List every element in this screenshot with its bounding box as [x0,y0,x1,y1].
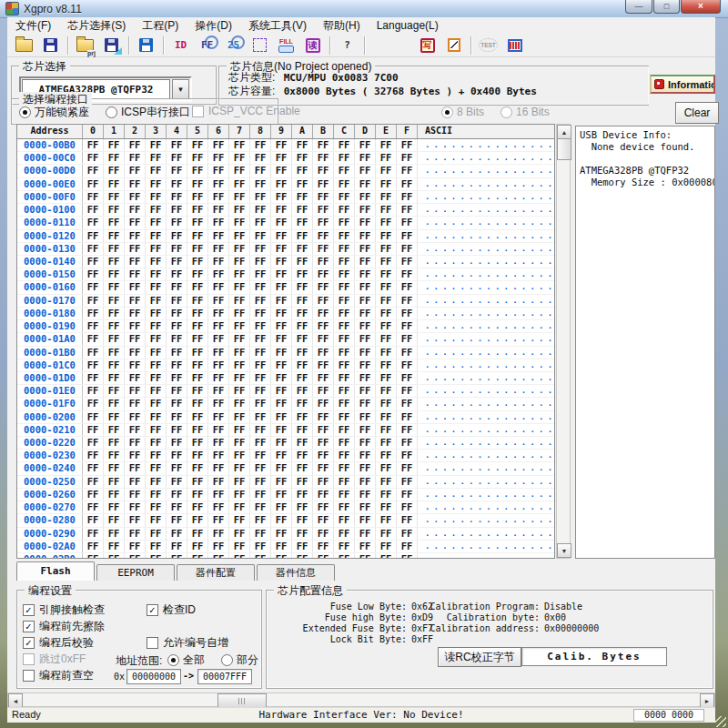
hex-byte-cell[interactable]: FF [83,411,104,423]
hex-byte-cell[interactable]: FF [229,424,250,436]
hex-byte-cell[interactable]: FF [83,489,104,500]
hex-byte-cell[interactable]: FF [250,553,271,559]
hex-byte-cell[interactable]: FF [125,514,146,526]
interface-radio[interactable]: 万能锁紧座 [19,105,89,120]
hex-byte-cell[interactable]: FF [208,398,229,410]
hex-byte-cell[interactable]: FF [208,424,229,436]
hex-byte-cell[interactable]: FF [229,385,250,397]
hex-byte-cell[interactable]: FF [355,489,376,500]
hex-byte-cell[interactable]: FF [355,347,376,359]
hex-byte-cell[interactable]: FF [104,424,125,436]
hex-byte-cell[interactable]: FF [146,514,167,526]
hex-byte-cell[interactable]: FF [187,541,208,552]
hex-byte-cell[interactable]: FF [83,152,104,164]
hex-byte-cell[interactable]: FF [125,424,146,436]
hex-byte-cell[interactable]: FF [250,476,271,488]
hex-byte-cell[interactable]: FF [208,359,229,371]
hex-ascii-cell[interactable]: ................ [418,359,554,371]
hex-byte-cell[interactable]: FF [187,411,208,423]
hex-byte-cell[interactable]: FF [355,541,376,552]
hex-byte-cell[interactable]: FF [313,398,334,410]
hex-byte-cell[interactable]: FF [146,281,167,293]
hex-byte-cell[interactable]: FF [376,385,397,397]
horizontal-scrollbar[interactable]: ◄ ► [7,693,715,707]
hex-byte-cell[interactable]: FF [146,230,167,242]
calib-bytes-field[interactable]: Calib. Bytes [521,647,667,666]
hex-byte-cell[interactable]: FF [397,450,418,461]
hex-byte-cell[interactable]: FF [397,333,418,345]
hex-byte-cell[interactable]: FF [208,243,229,255]
hex-byte-cell[interactable]: FF [167,178,187,190]
hex-byte-cell[interactable]: FF [167,528,187,540]
hex-byte-cell[interactable]: FF [250,308,271,319]
hex-byte-cell[interactable]: FF [146,476,167,488]
hex-byte-cell[interactable]: FF [146,372,167,384]
checkbox-blank-before[interactable]: 编程前查空 [23,668,94,683]
information-button[interactable]: Information [650,75,715,94]
hex-byte-cell[interactable]: FF [292,450,313,461]
hex-byte-cell[interactable]: FF [125,372,146,384]
hex-byte-cell[interactable]: FF [376,424,397,436]
hex-byte-cell[interactable]: FF [104,268,125,280]
hex-byte-cell[interactable]: FF [229,165,250,177]
title-bar[interactable]: Xgpro v8.11 —□× [0,0,728,18]
blank-check-button[interactable]: FF [196,35,218,56]
hex-byte-cell[interactable]: FF [125,462,146,474]
range-from-input[interactable]: 00000000 [126,669,181,684]
hex-byte-cell[interactable]: FF [125,553,146,559]
hex-byte-cell[interactable]: FF [167,553,187,559]
hex-byte-cell[interactable]: FF [334,398,355,410]
hex-byte-cell[interactable]: FF [292,411,313,423]
save-buffer-button[interactable] [135,35,157,56]
hex-byte-cell[interactable]: FF [146,541,167,552]
hex-byte-cell[interactable]: FF [376,514,397,526]
hex-byte-cell[interactable]: FF [125,295,146,307]
hex-byte-cell[interactable]: FF [104,295,125,307]
hex-byte-cell[interactable]: FF [355,191,376,203]
hex-ascii-cell[interactable]: ................ [418,437,554,449]
hex-byte-cell[interactable]: FF [376,398,397,410]
hex-byte-cell[interactable]: FF [271,450,292,461]
hex-byte-cell[interactable]: FF [104,139,125,151]
hex-byte-cell[interactable]: FF [187,437,208,449]
hex-byte-cell[interactable]: FF [125,320,146,332]
hex-byte-cell[interactable]: FF [104,501,125,513]
hex-byte-cell[interactable]: FF [250,541,271,552]
hex-byte-cell[interactable]: FF [187,359,208,371]
hex-byte-cell[interactable]: FF [292,398,313,410]
hex-byte-cell[interactable]: FF [334,501,355,513]
hex-byte-cell[interactable]: FF [397,476,418,488]
hex-byte-cell[interactable]: FF [292,295,313,307]
hex-byte-cell[interactable]: FF [313,553,334,559]
hex-byte-cell[interactable]: FF [355,256,376,268]
hex-byte-cell[interactable]: FF [355,372,376,384]
hex-byte-cell[interactable]: FF [250,372,271,384]
hex-byte-cell[interactable]: FF [271,230,292,242]
hex-byte-cell[interactable]: FF [187,489,208,500]
hex-byte-cell[interactable]: FF [146,178,167,190]
hex-ascii-cell[interactable]: ................ [418,489,554,500]
hex-byte-cell[interactable]: FF [83,204,104,216]
hex-byte-cell[interactable]: FF [355,437,376,449]
hex-byte-cell[interactable]: FF [229,372,250,384]
hex-byte-cell[interactable]: FF [376,411,397,423]
hex-byte-cell[interactable]: FF [334,489,355,500]
hex-byte-cell[interactable]: FF [187,333,208,345]
hex-byte-cell[interactable]: FF [104,230,125,242]
hex-byte-cell[interactable]: FF [229,489,250,500]
hex-byte-cell[interactable]: FF [355,152,376,164]
hex-byte-cell[interactable]: FF [355,424,376,436]
hex-byte-cell[interactable]: FF [125,347,146,359]
hex-ascii-cell[interactable]: ................ [418,230,554,242]
hex-byte-cell[interactable]: FF [250,528,271,540]
hex-byte-cell[interactable]: FF [104,528,125,540]
hex-byte-cell[interactable]: FF [167,450,187,461]
hex-byte-cell[interactable]: FF [104,437,125,449]
hex-byte-cell[interactable]: FF [104,217,125,228]
hex-byte-cell[interactable]: FF [83,295,104,307]
hex-byte-cell[interactable]: FF [292,489,313,500]
hex-byte-cell[interactable]: FF [125,281,146,293]
hex-byte-cell[interactable]: FF [376,268,397,280]
hex-byte-cell[interactable]: FF [208,281,229,293]
hex-byte-cell[interactable]: FF [167,191,187,203]
